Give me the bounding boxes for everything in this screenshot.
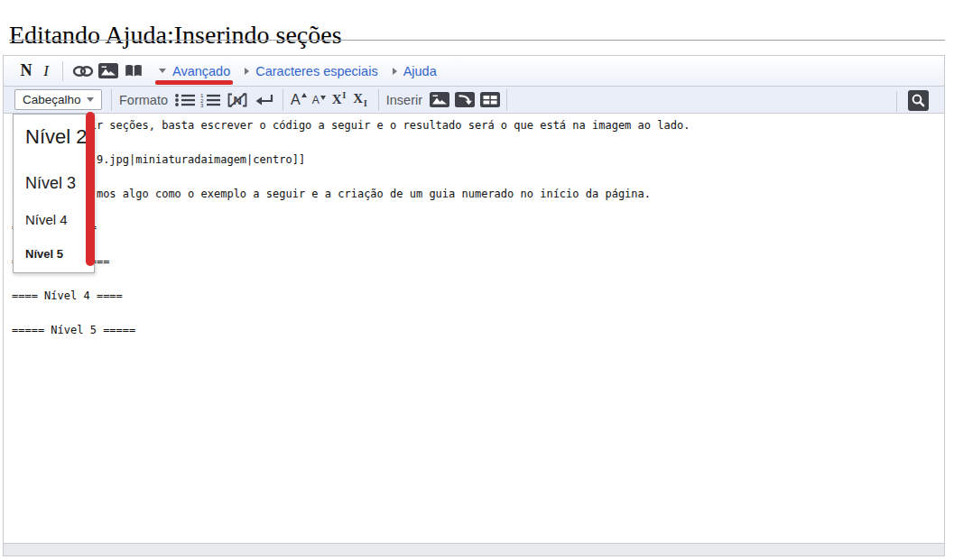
small-text-label: A [312, 94, 320, 106]
bulleted-list-icon [174, 92, 196, 108]
bulleted-list-button[interactable] [175, 89, 195, 111]
heading-option-level5[interactable]: Nível 5 [25, 247, 63, 261]
book-icon [124, 63, 144, 78]
insert-image-button[interactable] [430, 89, 449, 111]
newline-icon [255, 93, 274, 107]
wikitext-textarea[interactable]: * Para inserir seções, basta escrever o … [4, 114, 944, 543]
heading-dropdown-label: Cabeçalho [23, 93, 81, 106]
nowiki-icon: N [226, 92, 249, 108]
superscript-base: X [332, 92, 342, 107]
title-rule [9, 40, 945, 41]
superscript-mark: I [343, 91, 347, 100]
embedded-file-button[interactable] [98, 60, 118, 82]
search-icon [911, 93, 926, 108]
heading-option-level4[interactable]: Nível 4 [25, 212, 68, 227]
toolbar-advanced-row: Cabeçalho Formato 1 2 3 [4, 87, 944, 114]
subscript-button[interactable]: X I [353, 91, 367, 108]
superscript-button[interactable]: X I [332, 92, 347, 107]
page-title: Editando Ajuda:Inserindo seções [9, 21, 342, 50]
big-text-label: A [291, 92, 301, 108]
svg-text:3: 3 [200, 102, 204, 108]
heading-dropdown-menu: Nível 2 Nível 3 Nível 4 Nível 5 [13, 114, 95, 273]
signature-icon [455, 92, 475, 107]
image-icon [98, 63, 118, 78]
numbered-list-icon: 1 2 3 [199, 92, 221, 108]
triangle-down-icon [320, 96, 326, 100]
heading-dropdown-button[interactable]: Cabeçalho [14, 89, 102, 110]
heading-option-level2[interactable]: Nível 2 [25, 125, 87, 149]
editor-bottom-bar [4, 543, 944, 555]
chevron-right-icon [245, 68, 249, 75]
section-special-chars-toggle[interactable]: Caracteres especiais [245, 64, 377, 78]
section-advanced-toggle[interactable]: Avançado [159, 64, 230, 78]
image-icon [430, 92, 449, 107]
link-icon [72, 64, 94, 78]
numbered-list-button[interactable]: 1 2 3 [200, 89, 220, 111]
insert-group-label: Inserir [386, 93, 422, 107]
section-advanced-label: Avançado [172, 64, 230, 78]
subscript-mark: I [364, 99, 367, 108]
toolbar-separator [111, 89, 112, 111]
format-group-label: Formato [119, 93, 168, 107]
signature-button[interactable] [455, 89, 475, 111]
chevron-down-icon [159, 69, 166, 73]
search-replace-button[interactable] [908, 90, 929, 111]
triangle-up-icon [301, 93, 307, 97]
annotation-underline-advanced [155, 80, 233, 85]
section-help-toggle[interactable]: Ajuda [393, 64, 437, 78]
nowiki-button[interactable]: N [226, 89, 249, 111]
toolbar-separator [62, 61, 63, 81]
italic-button[interactable]: I [37, 62, 55, 80]
chevron-right-icon [393, 68, 397, 75]
reference-button[interactable] [124, 60, 144, 82]
table-icon [480, 92, 500, 107]
toolbar-main-row: N I [4, 56, 944, 87]
chevron-down-icon [87, 97, 94, 102]
link-button[interactable] [73, 60, 93, 82]
annotation-vertical-bar [86, 112, 95, 266]
small-text-button[interactable]: A [312, 94, 326, 106]
heading-option-level3[interactable]: Nível 3 [25, 174, 76, 193]
toolbar-separator [282, 89, 283, 111]
big-text-button[interactable]: A [291, 92, 307, 108]
toolbar-separator [506, 89, 507, 111]
section-special-chars-label: Caracteres especiais [255, 64, 377, 78]
toolbar-separator [378, 89, 379, 111]
toolbar-separator [896, 91, 897, 112]
section-help-label: Ajuda [403, 64, 437, 78]
insert-table-button[interactable] [480, 89, 500, 111]
subscript-base: X [353, 91, 363, 106]
wikitext-content: * Para inserir seções, basta escrever o … [4, 114, 944, 339]
wiki-editor: N I [3, 55, 945, 556]
newline-button[interactable] [255, 89, 274, 111]
bold-button[interactable]: N [15, 61, 37, 80]
